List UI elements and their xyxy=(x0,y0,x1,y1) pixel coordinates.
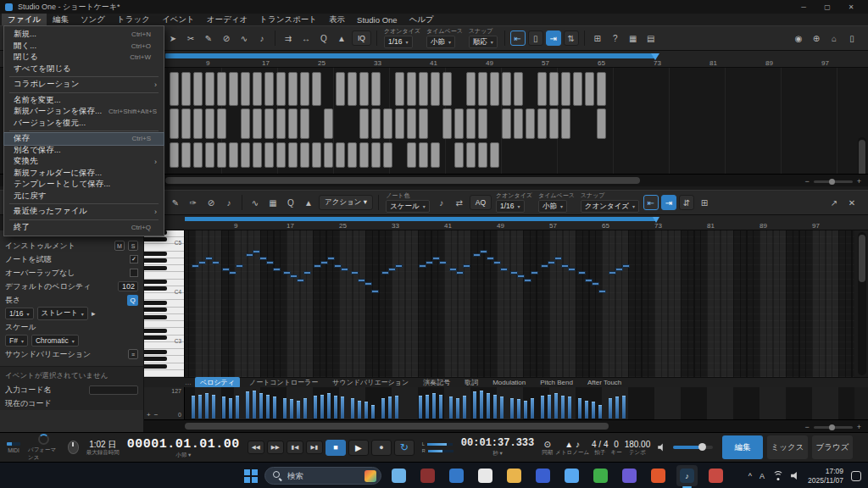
velocity-bar[interactable] xyxy=(290,399,293,419)
piano-keyboard[interactable]: C5C4C3 xyxy=(144,230,185,377)
midi-note[interactable] xyxy=(388,268,396,271)
velocity-bar[interactable] xyxy=(585,401,588,419)
mute-tool-icon[interactable]: ⊘ xyxy=(219,30,234,46)
zoom-in-icon[interactable]: + xyxy=(857,177,861,186)
piano-key-black[interactable] xyxy=(144,286,167,291)
zoom-out-icon[interactable]: − xyxy=(804,423,809,431)
midi-note[interactable] xyxy=(259,257,267,260)
toolbar-dropdown[interactable]: スナップ 順応 xyxy=(469,28,498,48)
arrange-event-block[interactable] xyxy=(300,72,309,106)
menubar-item[interactable]: 編集 xyxy=(47,14,75,25)
mute-toggle[interactable]: M xyxy=(114,241,125,251)
arrange-event-block[interactable] xyxy=(336,142,345,168)
next-bar-button[interactable]: ▶▮ xyxy=(306,441,323,454)
arrange-event-block[interactable] xyxy=(229,72,238,106)
jump-start-icon[interactable]: ⇤ xyxy=(510,30,526,46)
user-profile-icon[interactable]: ◉ xyxy=(791,30,806,46)
arrange-event-block[interactable] xyxy=(264,72,274,106)
length-more-button[interactable]: ▸ xyxy=(92,309,96,318)
arrange-event-block[interactable] xyxy=(371,142,381,168)
arrange-event-block[interactable] xyxy=(288,108,298,139)
arrange-event-block[interactable] xyxy=(537,72,547,106)
menu-item[interactable]: 閉じる Ctrl+W xyxy=(4,52,164,64)
velocity-bar[interactable] xyxy=(487,393,490,419)
arrange-event-block[interactable] xyxy=(276,108,286,139)
velocity-bar[interactable] xyxy=(205,393,209,419)
arrange-event-block[interactable] xyxy=(359,72,369,106)
midi-note[interactable] xyxy=(500,268,508,271)
loop-region[interactable] xyxy=(165,53,655,58)
arrange-event-block[interactable] xyxy=(193,72,203,106)
toolbar-dropdown[interactable]: タイムベース 小節 xyxy=(538,192,575,213)
piano-key-black[interactable] xyxy=(144,308,167,312)
detach-panel-icon[interactable]: ↗ xyxy=(826,195,842,210)
mute-tool-icon[interactable]: ⊘ xyxy=(203,195,219,210)
midi-note[interactable] xyxy=(273,268,281,271)
velocity-bar[interactable] xyxy=(192,396,195,419)
scrollbar-thumb[interactable] xyxy=(859,235,865,282)
midi-note[interactable] xyxy=(480,250,487,253)
chord-name-input[interactable] xyxy=(89,385,138,395)
toolbar-dropdown[interactable]: クオンタイズ 1/16 xyxy=(496,192,532,213)
maximize-view-icon[interactable]: ⊞ xyxy=(590,30,605,46)
piano-key-black[interactable] xyxy=(144,329,167,333)
arrange-event-block[interactable] xyxy=(466,142,476,168)
scrollbar-thumb[interactable] xyxy=(185,423,609,430)
arrange-zoom-controls[interactable]: −+ xyxy=(804,177,861,186)
arrange-event-block[interactable] xyxy=(419,72,428,106)
arrange-event-block[interactable] xyxy=(205,142,214,168)
arrange-event-block[interactable] xyxy=(526,108,535,139)
select-tool-icon[interactable]: ➤ xyxy=(165,30,181,46)
arrange-event-block[interactable] xyxy=(597,72,606,106)
arrange-event-block[interactable] xyxy=(549,108,559,139)
arrange-event-block[interactable] xyxy=(312,72,321,106)
metronome-icon[interactable]: ▲ xyxy=(301,195,316,210)
velocity-bar[interactable] xyxy=(381,398,385,419)
zoom-in-icon[interactable]: + xyxy=(857,423,861,431)
velocity-bar[interactable] xyxy=(297,401,300,419)
browse-view-button[interactable]: ブラウズ xyxy=(812,435,853,459)
arrange-event-block[interactable] xyxy=(419,142,428,168)
task-view-icon[interactable] xyxy=(388,465,409,486)
add-device-icon[interactable]: ⊕ xyxy=(809,30,824,46)
arrange-event-block[interactable] xyxy=(407,108,416,139)
draw-tool-icon[interactable]: ✎ xyxy=(201,30,216,46)
transport-cluster[interactable]: ⊙同期 xyxy=(542,440,553,456)
piano-key-black[interactable] xyxy=(144,266,167,270)
arrange-event-block[interactable] xyxy=(442,72,452,106)
velocity-bar[interactable] xyxy=(456,398,459,419)
jump-end-icon[interactable]: ⇥ xyxy=(546,30,561,46)
midi-note[interactable] xyxy=(524,279,531,282)
menubar-item[interactable]: トラック xyxy=(111,14,156,25)
scale-type-select[interactable]: Chromatic xyxy=(31,335,79,347)
arrange-event-block[interactable] xyxy=(395,72,404,106)
close-panel-icon[interactable]: ✕ xyxy=(844,195,860,210)
piano-key-black[interactable] xyxy=(144,252,167,256)
piano-roll-grid[interactable] xyxy=(185,230,854,377)
piano-roll-ruler[interactable]: 91725334149576573818997 xyxy=(144,215,868,230)
arrange-event-block[interactable] xyxy=(537,108,547,139)
scrollbar-thumb[interactable] xyxy=(859,140,865,174)
arrange-event-block[interactable] xyxy=(490,142,499,168)
midi-note[interactable] xyxy=(493,261,501,264)
velocity-bar[interactable] xyxy=(500,396,504,419)
wifi-icon[interactable] xyxy=(772,471,783,480)
menu-item[interactable]: 新規バージョンを保存... Ctrl+Shift+Alt+S xyxy=(4,106,164,118)
velocity-bar[interactable] xyxy=(358,401,361,419)
piano-key-black[interactable] xyxy=(144,336,167,340)
velocity-bar[interactable] xyxy=(314,396,317,419)
toolbar-dropdown[interactable]: スナップ クオンタイズ xyxy=(581,192,639,213)
arrange-event-block[interactable] xyxy=(383,108,392,139)
zoom-out-icon[interactable]: − xyxy=(804,177,809,186)
rewind-button[interactable]: ◀◀ xyxy=(248,441,264,454)
arrange-event-block[interactable] xyxy=(205,108,214,139)
menubar-item[interactable]: オーディオ xyxy=(201,14,253,25)
note-icon[interactable]: ♪ xyxy=(434,195,449,210)
note-color-dropdown[interactable]: ノート色 スケール xyxy=(386,192,430,213)
velocity-bar[interactable] xyxy=(198,395,202,419)
arrange-event-block[interactable] xyxy=(502,72,511,106)
arrange-event-block[interactable] xyxy=(241,72,250,106)
arrange-event-block[interactable] xyxy=(407,142,416,168)
menu-item[interactable]: バージョンを復元... xyxy=(4,118,164,130)
arrange-event-block[interactable] xyxy=(253,72,262,106)
